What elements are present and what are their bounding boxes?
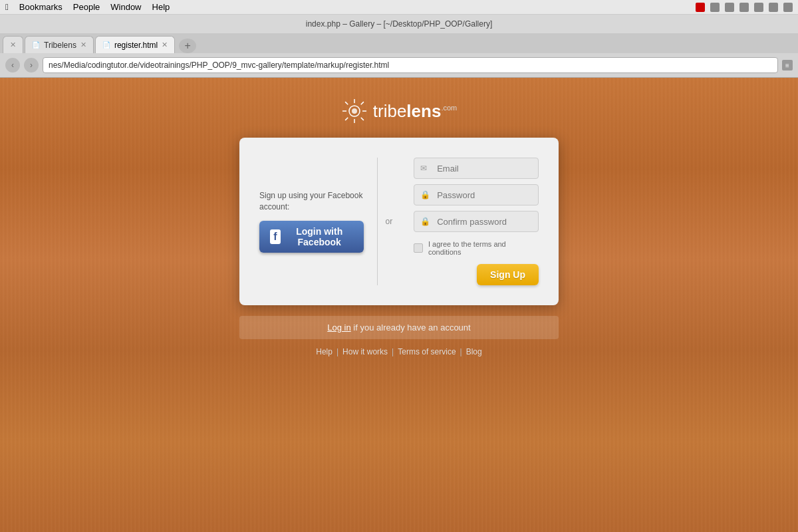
menubar-icon-screen xyxy=(769,3,778,12)
login-link-bar: Log in if you already have an account xyxy=(239,316,559,339)
window-menu[interactable]: Window xyxy=(110,2,141,12)
browser-chrome: index.php – Gallery – [~/Desktop/PHP_OOP… xyxy=(0,15,798,78)
signup-button[interactable]: Sign Up xyxy=(477,264,539,285)
menubar-icon-1password xyxy=(725,3,734,12)
footer-howitworks-link[interactable]: How it works xyxy=(342,347,388,356)
facebook-button-label: Login with Facebook xyxy=(286,226,353,247)
menubar-icon-dropbox xyxy=(710,3,720,12)
svg-line-7 xyxy=(360,118,363,120)
facebook-login-button[interactable]: f Login with Facebook xyxy=(259,221,364,253)
terms-checkbox[interactable] xyxy=(414,243,423,253)
facebook-f-icon: f xyxy=(270,229,281,244)
menu-bar-right xyxy=(696,3,793,12)
back-button[interactable]: ‹ xyxy=(5,58,20,72)
password-input[interactable] xyxy=(414,184,539,205)
email-input-wrapper: ✉ xyxy=(414,158,539,179)
card-left: Sign up using your Facebook account: f L… xyxy=(259,158,378,285)
footer-sep-2: | xyxy=(392,347,394,356)
tabs-row: ✕ 📄 Tribelens ✕ 📄 register.html ✕ + xyxy=(0,33,798,53)
window-title: index.php – Gallery – [~/Desktop/PHP_OOP… xyxy=(306,19,492,29)
svg-point-1 xyxy=(352,108,357,114)
login-link-text: if you already have an account xyxy=(351,323,471,332)
login-link[interactable]: Log in xyxy=(327,323,350,332)
or-label: or xyxy=(386,217,393,226)
card-right: ✉ 🔒 🔒 I agree to the terms and condition… xyxy=(400,158,539,285)
apple-menu[interactable]:  xyxy=(5,2,9,12)
svg-line-6 xyxy=(345,102,348,104)
facebook-prompt-text: Sign up using your Facebook account: xyxy=(259,190,364,213)
help-menu[interactable]: Help xyxy=(152,2,170,12)
terms-row: I agree to the terms and conditions xyxy=(414,240,539,256)
tab-favicon-register: 📄 xyxy=(102,41,110,49)
footer-sep-1: | xyxy=(336,347,338,356)
new-tab-button[interactable]: + xyxy=(179,39,196,53)
forward-button[interactable]: › xyxy=(24,58,39,72)
menubar-icon-clipboard xyxy=(739,3,749,12)
bookmarks-menu[interactable]: Bookmarks xyxy=(19,2,63,12)
menubar-icon-info xyxy=(754,3,763,12)
page-content: tribelens.com Sign up using your Faceboo… xyxy=(0,78,798,532)
tab-close-tribelens[interactable]: ✕ xyxy=(80,41,86,49)
footer-sep-3: | xyxy=(460,347,462,356)
tab-favicon-tribelens: 📄 xyxy=(32,41,40,49)
email-input[interactable] xyxy=(414,158,539,179)
address-bar-row: ‹ › ≡ xyxy=(0,53,798,77)
svg-line-9 xyxy=(345,118,348,120)
footer-blog-link[interactable]: Blog xyxy=(466,347,482,356)
tab-label-register: register.html xyxy=(114,41,158,50)
reader-icon[interactable]: ≡ xyxy=(782,60,793,70)
confirm-password-icon: 🔒 xyxy=(420,217,430,226)
address-bar-icons: ≡ xyxy=(782,60,793,70)
confirm-password-input-wrapper: 🔒 xyxy=(414,211,539,232)
tab-register[interactable]: 📄 register.html ✕ xyxy=(95,36,175,53)
tab-close-register[interactable]: ✕ xyxy=(162,41,168,49)
register-card: Sign up using your Facebook account: f L… xyxy=(239,138,559,305)
tribelens-logo-icon xyxy=(341,98,368,124)
tab-close-icon[interactable]: ✕ xyxy=(10,41,16,49)
tab-label-tribelens: Tribelens xyxy=(44,41,76,50)
logo-tribe: tribe xyxy=(373,101,407,121)
password-input-wrapper: 🔒 xyxy=(414,184,539,205)
logo-text: tribelens.com xyxy=(373,101,457,122)
or-divider: or xyxy=(378,158,401,285)
footer-terms-link[interactable]: Terms of service xyxy=(398,347,456,356)
logo-area: tribelens.com xyxy=(341,98,457,124)
confirm-password-input[interactable] xyxy=(414,211,539,232)
menubar-icon-adobe xyxy=(783,3,793,12)
title-bar: index.php – Gallery – [~/Desktop/PHP_OOP… xyxy=(0,15,798,33)
terms-label: I agree to the terms and conditions xyxy=(428,240,539,256)
menubar-icon-red xyxy=(696,3,705,12)
footer-links: Help | How it works | Terms of service |… xyxy=(316,347,481,356)
logo-lens: lens xyxy=(406,101,441,121)
password-icon: 🔒 xyxy=(420,190,430,200)
logo-com: .com xyxy=(441,104,457,112)
menu-bar:  Bookmarks People Window Help xyxy=(0,0,798,15)
tab-tribelens[interactable]: 📄 Tribelens ✕ xyxy=(25,36,94,53)
people-menu[interactable]: People xyxy=(73,2,100,12)
svg-line-8 xyxy=(360,102,363,104)
email-icon: ✉ xyxy=(420,164,427,173)
address-input[interactable] xyxy=(43,57,778,73)
tab-close-only[interactable]: ✕ xyxy=(3,36,23,53)
footer-help-link[interactable]: Help xyxy=(316,347,332,356)
